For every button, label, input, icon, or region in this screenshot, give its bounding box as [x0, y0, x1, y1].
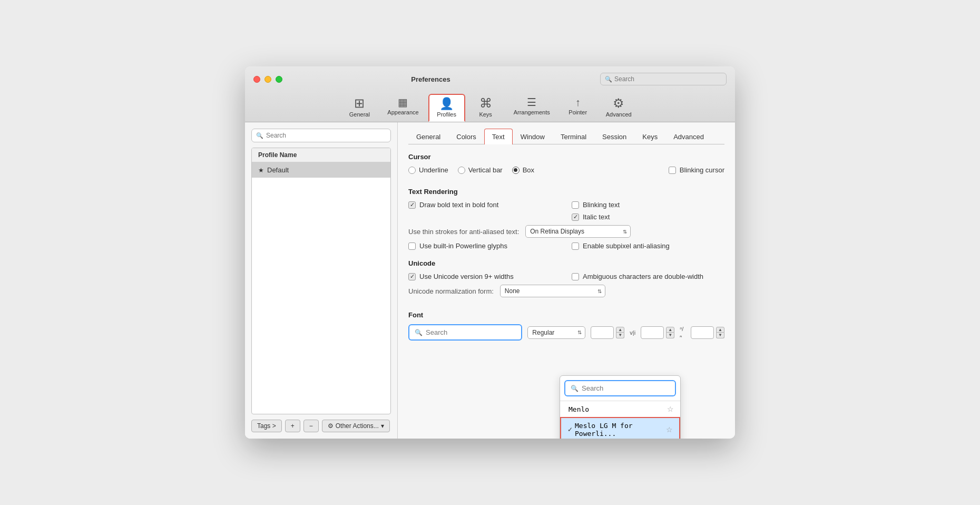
tags-button[interactable]: Tags > — [251, 420, 282, 432]
tab-session[interactable]: Session — [594, 129, 634, 144]
cursor-underline[interactable]: Underline — [408, 166, 448, 174]
toolbar-item-pointer[interactable]: ↑ Pointer — [560, 94, 596, 122]
remove-profile-button[interactable]: − — [303, 420, 319, 432]
subpixel-checkbox[interactable] — [572, 242, 579, 250]
powerline-option[interactable]: Use built-in Powerline glyphs — [408, 242, 561, 250]
toolbar-item-appearance[interactable]: ▦ Appearance — [380, 94, 426, 122]
ratio-input[interactable]: 100 — [691, 326, 714, 339]
cursor-box-radio[interactable] — [512, 167, 520, 174]
blinking-cursor-option[interactable]: Blinking cursor — [669, 166, 724, 174]
toolbar-item-general[interactable]: ⊞ General — [341, 94, 378, 122]
zoom-button[interactable] — [276, 76, 282, 83]
toolbar-item-keys[interactable]: ⌘ Keys — [467, 94, 504, 122]
font-star-meslo[interactable]: ☆ — [666, 425, 673, 434]
tab-colors[interactable]: Colors — [448, 129, 484, 144]
text-rendering-title: Text Rendering — [408, 188, 724, 196]
unicode-version-checkbox[interactable]: ✓ — [408, 273, 416, 280]
bold-font-checkbox[interactable]: ✓ — [408, 201, 416, 209]
dropdown-arrow-icon: ▾ — [381, 422, 384, 430]
cursor-section: Cursor Underline Vertical bar — [408, 153, 724, 178]
font-size-arrows: ▲ ▼ — [616, 327, 624, 338]
vli-up[interactable]: ▲ — [666, 327, 674, 333]
cursor-vertical-bar-radio[interactable] — [458, 167, 465, 174]
global-search-input[interactable] — [614, 75, 722, 83]
bold-font-option[interactable]: ✓ Draw bold text in bold font — [408, 201, 561, 209]
font-popup-search-icon: 🔍 — [571, 385, 579, 392]
ratio-up[interactable]: ▲ — [716, 327, 724, 333]
font-item-menlo[interactable]: Menlo ☆ — [560, 401, 680, 417]
cursor-underline-radio[interactable] — [408, 167, 416, 174]
subpixel-option[interactable]: Enable subpixel anti-aliasing — [572, 242, 724, 250]
tab-window[interactable]: Window — [513, 129, 553, 144]
ambiguous-option[interactable]: Ambiguous characters are double-width — [572, 273, 724, 280]
blinking-cursor-checkbox[interactable] — [669, 167, 676, 174]
titlebar-top: Preferences 🔍 — [253, 73, 727, 85]
font-name-meslo: Meslo LG M for Powerli... — [575, 422, 666, 438]
font-item-meslo[interactable]: ✓ Meslo LG M for Powerli... ☆ — [560, 417, 680, 439]
font-style-dropdown[interactable]: Regular ⇅ — [527, 326, 585, 339]
tab-text[interactable]: Text — [484, 129, 513, 144]
gear-icon: ⚙ — [328, 422, 334, 430]
add-profile-button[interactable]: + — [285, 420, 300, 432]
profiles-label: Profiles — [437, 111, 456, 118]
text-rendering-checkboxes-2: Use built-in Powerline glyphs Enable sub… — [408, 242, 724, 250]
font-name-menlo: Menlo — [569, 405, 667, 413]
other-actions-label: Other Actions... — [336, 422, 379, 430]
ambiguous-checkbox[interactable] — [572, 273, 579, 280]
toolbar-item-profiles[interactable]: 👤 Profiles — [428, 94, 465, 122]
titlebar: Preferences 🔍 ⊞ General ▦ Appearance 👤 P… — [245, 66, 735, 122]
pointer-icon: ↑ — [575, 97, 581, 108]
minimize-button[interactable] — [264, 76, 271, 83]
font-row: 🔍 Regular ⇅ 12 ▲ ▼ v|i — [408, 324, 724, 341]
italic-text-checkbox[interactable]: ✓ — [572, 213, 579, 221]
font-style-value: Regular — [532, 329, 554, 336]
font-search-input[interactable] — [426, 328, 516, 336]
toolbar-item-advanced[interactable]: ⚙ Advanced — [599, 94, 639, 122]
font-size-up[interactable]: ▲ — [616, 327, 624, 333]
font-size-input[interactable]: 12 — [591, 326, 614, 339]
toolbar-item-arrangements[interactable]: ☰ Arrangements — [506, 94, 557, 122]
radio-dot — [514, 168, 517, 172]
cursor-vertical-bar[interactable]: Vertical bar — [458, 166, 503, 174]
font-size-down[interactable]: ▼ — [616, 333, 624, 338]
tab-general[interactable]: General — [408, 129, 448, 144]
other-actions-button[interactable]: ⚙ Other Actions... ▾ — [322, 420, 390, 432]
ratio-down[interactable]: ▼ — [716, 333, 724, 338]
tab-keys[interactable]: Keys — [634, 129, 665, 144]
cursor-underline-label: Underline — [419, 166, 448, 174]
sidebar-search-input[interactable] — [266, 132, 386, 139]
italic-text-option[interactable]: ✓ Italic text — [572, 213, 724, 221]
powerline-checkbox[interactable] — [408, 242, 416, 250]
tab-terminal[interactable]: Terminal — [553, 129, 594, 144]
right-panel: General Colors Text Window Terminal Sess… — [398, 122, 735, 439]
italic-text-label: Italic text — [583, 213, 610, 221]
sidebar-search-container: 🔍 — [251, 129, 391, 142]
unicode-version-option[interactable]: ✓ Use Unicode version 9+ widths — [408, 273, 561, 280]
font-star-menlo[interactable]: ☆ — [667, 405, 674, 413]
window-title: Preferences — [282, 75, 579, 83]
blinking-text-option[interactable]: Blinking text — [572, 201, 724, 209]
text-rendering-section: Text Rendering ✓ Draw bold text in bold … — [408, 188, 724, 250]
profile-item-default[interactable]: ★ Default — [252, 162, 390, 178]
sidebar: 🔍 Profile Name ★ Default Tags > + − ⚙ Ot… — [245, 122, 398, 439]
star-icon: ★ — [258, 167, 264, 174]
thin-strokes-dropdown[interactable]: On Retina Displays ⇅ — [525, 225, 631, 238]
cursor-radio-group: Underline Vertical bar Box — [408, 166, 534, 174]
cursor-title: Cursor — [408, 153, 724, 161]
vli-input[interactable]: 100 — [641, 326, 664, 339]
blinking-text-checkbox[interactable] — [572, 201, 579, 209]
tab-advanced[interactable]: Advanced — [665, 129, 712, 144]
normalization-value: None — [505, 287, 520, 295]
normalization-dropdown[interactable]: None ⇅ — [500, 285, 605, 297]
close-button[interactable] — [253, 76, 260, 83]
font-title: Font — [408, 311, 724, 319]
font-section: Font 🔍 Regular ⇅ 12 ▲ ▼ — [408, 311, 724, 341]
advanced-label: Advanced — [606, 111, 632, 118]
font-dropdown-popup: 🔍 Menlo ☆ ✓ Meslo LG M for Powerli... ☆ — [560, 375, 681, 439]
vli-down[interactable]: ▼ — [666, 333, 674, 338]
font-search-icon: 🔍 — [415, 329, 423, 336]
cursor-box[interactable]: Box — [512, 166, 534, 174]
ambiguous-label: Ambiguous characters are double-width — [583, 273, 703, 280]
font-popup-search-box: 🔍 — [564, 380, 676, 396]
font-popup-search-input[interactable] — [582, 384, 670, 392]
